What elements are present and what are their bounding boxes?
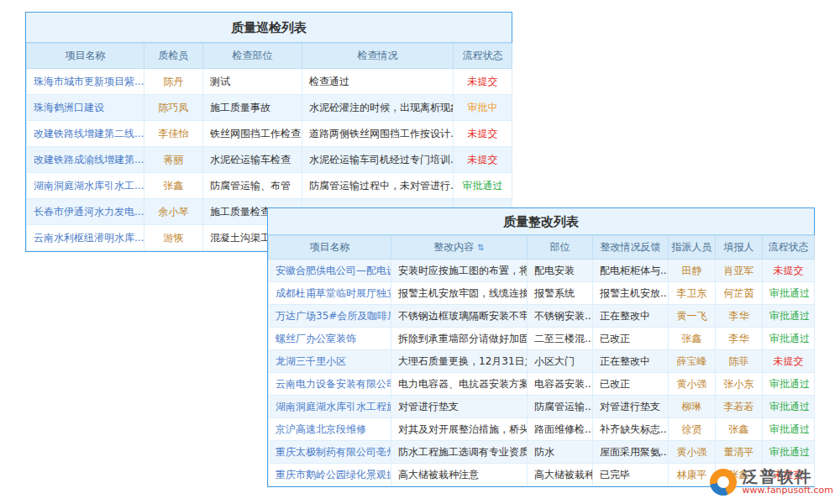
table-row[interactable]: 龙湖三千里小区大理石质量更换，12月31日之...小区大门正在整改中薛宝峰陈菲未… — [269, 350, 815, 373]
workflow-status: 审批通过 — [763, 373, 815, 396]
workflow-status: 审批通过 — [763, 282, 815, 305]
person-name: 张小东 — [716, 373, 763, 396]
column-label: 整改情况反馈 — [601, 241, 661, 253]
project-name-link[interactable]: 螺丝厂办公室装饰 — [269, 328, 391, 350]
person-name: 薛宝峰 — [669, 350, 716, 373]
person-name: 田静 — [669, 260, 716, 282]
cell-text: 防腐管运输... — [528, 396, 593, 418]
column-label: 检查情况 — [358, 50, 398, 61]
person-name: 黄小强 — [669, 441, 716, 464]
person-name: 张鑫 — [144, 173, 203, 199]
cell-text: 安装时应按施工图的布置，将... — [391, 260, 528, 282]
table-row[interactable]: 湖南洞庭湖水库引水工程施工...对管进行垫支防腐管运输...对管进行垫支柳琳李若… — [269, 396, 815, 418]
workflow-status: 未提交 — [763, 350, 815, 373]
workflow-status: 未提交 — [454, 69, 512, 95]
inspection-header-row: 项目名称质检员检查部位检查情况流程状态 — [27, 44, 512, 69]
column-label: 部位 — [550, 241, 570, 253]
project-name-link[interactable]: 云南水利枢纽潜明水库... — [27, 225, 144, 251]
table-row[interactable]: 安徽合肥供电公司—配电设备...安装时应按施工图的布置，将...配电安装配电柜柜… — [269, 260, 815, 282]
table-row[interactable]: 成都杜甫草堂临时展厅独立展...报警主机安放牢固，线缆连接...报警系统报警主机… — [269, 282, 815, 305]
column-label: 项目名称 — [310, 241, 350, 253]
cell-text: 测试 — [203, 69, 302, 95]
column-label: 指派人员 — [672, 241, 712, 253]
column-header-5: 流程状态 — [454, 44, 512, 69]
column-label: 检查部位 — [233, 50, 273, 61]
cell-text: 二至三楼混... — [528, 328, 593, 350]
cell-text: 不锈钢边框玻璃隔断安装不牢... — [391, 305, 528, 328]
project-name-link[interactable]: 京沪高速北京段维修 — [269, 418, 391, 441]
workflow-status: 审批中 — [454, 95, 512, 121]
rectification-table: 质量整改列表 项目名称整改内容⇅部位整改情况反馈指派人员填报人流程状态 安徽合肥… — [267, 207, 815, 487]
column-header-3: 部位 — [528, 236, 593, 260]
project-name-link[interactable]: 成都杜甫草堂临时展厅独立展... — [269, 282, 391, 305]
project-name-link[interactable]: 云南电力设备安装有限公司20... — [269, 373, 391, 396]
column-header-5: 指派人员 — [669, 236, 716, 260]
person-name: 陈巧凤 — [144, 95, 203, 121]
person-name: 李若若 — [716, 396, 763, 418]
cell-text: 道路两侧铁丝网围挡工作按设计... — [302, 121, 454, 147]
project-name-link[interactable]: 万达广场35#会所及咖啡厅空... — [269, 305, 391, 328]
cell-text: 电容器安装... — [528, 373, 593, 396]
table-row[interactable]: 重庆太极制药有限公司亳州中...防水工程施工选调有专业资质...防水屋面采用聚氨… — [269, 441, 815, 464]
column-header-2[interactable]: 整改内容⇅ — [391, 236, 528, 260]
table-row[interactable]: 螺丝厂办公室装饰拆除到承重墙部分请做好加固...二至三楼混...已改正张鑫李华审… — [269, 328, 815, 350]
project-name-link[interactable]: 珠海市城市更新项目紫... — [27, 69, 144, 95]
cell-text: 配电柜柜体与... — [593, 260, 669, 282]
table-row[interactable]: 湖南洞庭湖水库引水工...张鑫防腐管运输、布管防腐管运输过程中，未对管进行...… — [27, 173, 512, 199]
table-row[interactable]: 京沪高速北京段维修对其及对开展整治措施，桥头...路面维修检...补齐缺失标志.… — [269, 418, 815, 441]
person-name: 林康平 — [669, 464, 716, 486]
table-row[interactable]: 改建铁路线增建第二线...李佳怡铁丝网围挡工作检查道路两侧铁丝网围挡工作按设计.… — [27, 121, 512, 147]
rectification-table-grid: 项目名称整改内容⇅部位整改情况反馈指派人员填报人流程状态 安徽合肥供电公司—配电… — [268, 235, 815, 486]
person-name: 余小琴 — [144, 199, 203, 225]
cell-text: 铁丝网围挡工作检查 — [203, 121, 302, 147]
sort-icon[interactable]: ⇅ — [477, 243, 484, 252]
project-name-link[interactable]: 湖南洞庭湖水库引水工程施工... — [269, 396, 391, 418]
project-name-link[interactable]: 重庆太极制药有限公司亳州中... — [269, 441, 391, 464]
project-name-link[interactable]: 改建铁路线增建第二线... — [27, 121, 144, 147]
column-label: 质检员 — [159, 50, 189, 61]
cell-text: 施工质量事故 — [203, 95, 302, 121]
cell-text: 大理石质量更换，12月31日之... — [391, 350, 528, 373]
cell-text: 电力电容器、电抗器安装方案,... — [391, 373, 528, 396]
cell-text: 配电安装 — [528, 260, 593, 282]
workflow-status: 审批通过 — [763, 418, 815, 441]
cell-text: 已改正 — [593, 373, 669, 396]
project-name-link[interactable]: 安徽合肥供电公司—配电设备... — [269, 260, 391, 282]
table-row[interactable]: 改建铁路成渝线增建第...蒋丽水泥砼运输车检查水泥砼运输车司机经过专门培训...… — [27, 147, 512, 173]
column-label: 填报人 — [724, 241, 754, 253]
project-name-link[interactable]: 改建铁路成渝线增建第... — [27, 147, 144, 173]
cell-text: 检查通过 — [302, 69, 454, 95]
cell-text: 报警主机安放... — [593, 282, 669, 305]
table-row[interactable]: 云南电力设备安装有限公司20...电力电容器、电抗器安装方案,...电容器安装.… — [269, 373, 815, 396]
table-row[interactable]: 珠海鹤洲口建设陈巧凤施工质量事故水泥砼灌注的时候，出现离析现象审批中 — [27, 95, 512, 121]
person-name: 李华 — [716, 328, 763, 350]
person-name: 李佳怡 — [144, 121, 203, 147]
person-name: 蒋丽 — [144, 147, 203, 173]
cell-text: 正在整改中 — [593, 305, 669, 328]
person-name: 何芷茵 — [716, 282, 763, 305]
fanpu-logo[interactable]: 泛普软件 www.fanpusoft.com — [710, 468, 833, 496]
cell-text: 报警主机安放牢固，线缆连接... — [391, 282, 528, 305]
table-row[interactable]: 珠海市城市更新项目紫...陈丹测试检查通过未提交 — [27, 69, 512, 95]
project-name-link[interactable]: 湖南洞庭湖水库引水工... — [27, 173, 144, 199]
person-name: 黄小强 — [669, 373, 716, 396]
project-name-link[interactable]: 长春市伊通河水力发电... — [27, 199, 144, 225]
project-name-link[interactable]: 龙湖三千里小区 — [269, 350, 391, 373]
project-name-link[interactable]: 重庆市鹅岭公园绿化景观提升... — [269, 464, 391, 486]
column-header-7: 流程状态 — [763, 236, 815, 260]
column-header-2: 质检员 — [144, 44, 203, 69]
cell-text: 补齐缺失标志... — [593, 418, 669, 441]
workflow-status: 未提交 — [763, 260, 815, 282]
person-name: 李华 — [716, 305, 763, 328]
logo-name: 泛普软件 — [743, 468, 833, 485]
workflow-status: 审批通过 — [763, 441, 815, 464]
table-row[interactable]: 万达广场35#会所及咖啡厅空...不锈钢边框玻璃隔断安装不牢...不锈钢安装..… — [269, 305, 815, 328]
person-name: 董清平 — [716, 441, 763, 464]
workflow-status: 审批通过 — [763, 305, 815, 328]
person-name: 张鑫 — [669, 328, 716, 350]
cell-text: 防腐管运输过程中，未对管进行... — [302, 173, 454, 199]
cell-text: 不锈钢安装... — [528, 305, 593, 328]
project-name-link[interactable]: 珠海鹤洲口建设 — [27, 95, 144, 121]
workflow-status: 审批通过 — [763, 328, 815, 350]
column-label: 流程状态 — [463, 50, 503, 61]
